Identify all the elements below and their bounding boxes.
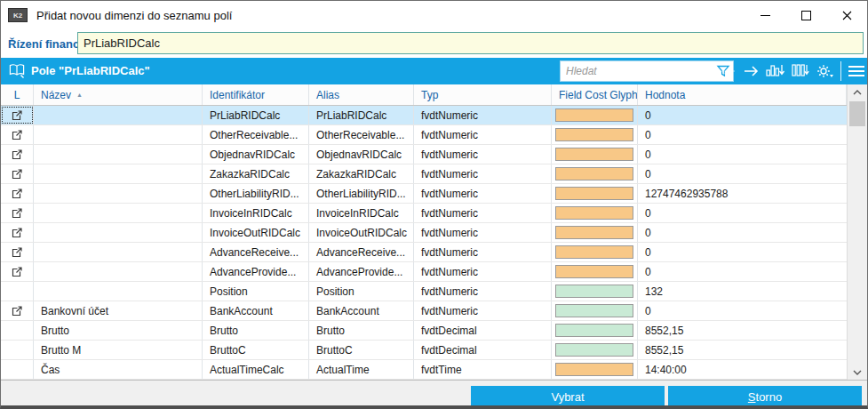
table-row[interactable]: ZakazkaRIDCalcZakazkaRIDCalcfvdtNumeric0 <box>1 164 847 184</box>
column-header-hodnota[interactable]: Hodnota <box>638 84 847 105</box>
cell-alias: BruttoC <box>309 341 414 359</box>
cell-link <box>1 360 34 379</box>
open-record-icon[interactable] <box>12 266 23 277</box>
open-record-icon[interactable] <box>12 129 23 140</box>
grid-body: PrLiabRIDCalcPrLiabRIDCalcfvdtNumeric0Ot… <box>1 106 847 380</box>
back-icon <box>720 65 737 77</box>
scroll-down-button[interactable] <box>848 365 867 380</box>
column-header-nazev[interactable]: Název▲ <box>34 84 203 105</box>
open-record-icon[interactable] <box>12 305 23 317</box>
cell-typ: fvdtNumeric <box>414 106 552 124</box>
table-row[interactable]: InvoiceOutRIDCalcInvoiceOutRIDCalcfvdtNu… <box>1 223 847 243</box>
cell-field-cost-glyph <box>552 341 638 359</box>
table-row[interactable]: PositionPositionfvdtNumeric132 <box>1 282 847 301</box>
cell-field-cost-glyph <box>552 262 638 281</box>
cancel-button[interactable]: Storno <box>668 386 862 407</box>
maximize-button[interactable] <box>785 1 826 29</box>
minimize-button[interactable] <box>745 1 785 29</box>
forward-icon <box>743 65 760 77</box>
settings-gear-icon <box>816 63 834 79</box>
close-button[interactable] <box>826 1 867 29</box>
cell-identifikator: Brutto <box>203 321 309 340</box>
open-record-icon[interactable] <box>12 227 23 238</box>
open-record-icon[interactable] <box>12 168 23 180</box>
column-header-alias[interactable]: Alias <box>309 84 414 105</box>
vertical-scrollbar[interactable] <box>847 84 867 380</box>
cell-hodnota: 132 <box>638 282 847 301</box>
cell-hodnota: 0 <box>638 301 847 320</box>
window-title: Přidat novou dimenzi do seznamu polí <box>36 9 232 22</box>
cost-glyph-orange <box>555 167 633 180</box>
cost-glyph-orange <box>555 206 633 220</box>
menu-button[interactable] <box>848 64 865 78</box>
chart-icon <box>766 63 785 79</box>
back-button[interactable] <box>720 65 737 77</box>
title-bar: K2 Přidat novou dimenzi do seznamu polí <box>1 1 867 30</box>
table-row[interactable]: PrLiabRIDCalcPrLiabRIDCalcfvdtNumeric0 <box>1 106 847 125</box>
cell-typ: fvdtDecimal <box>414 341 552 359</box>
column-header-identifikator[interactable]: Identifikátor <box>203 84 309 105</box>
settings-button[interactable] <box>816 63 834 79</box>
chevron-down-icon <box>853 370 862 375</box>
table-row[interactable]: BruttoBruttoBruttofvdtDecimal8552,15 <box>1 321 847 341</box>
cell-field-cost-glyph <box>552 360 638 379</box>
cell-hodnota: 12747462935788 <box>638 184 847 203</box>
table-row[interactable]: InvoiceInRIDCalcInvoiceInRIDCalcfvdtNume… <box>1 204 847 223</box>
cell-identifikator: InvoiceInRIDCalc <box>203 204 309 222</box>
panel-title: Pole "PrLiabRIDCalc" <box>31 64 150 77</box>
forward-button[interactable] <box>743 65 760 77</box>
column-header-l[interactable]: L <box>1 84 34 105</box>
cell-link <box>1 301 34 320</box>
open-record-icon[interactable] <box>12 148 23 160</box>
table-row[interactable]: ČasActualTimeCalcActualTimefvdtTime14:40… <box>1 360 847 380</box>
cell-identifikator: OtherLiabilityRID... <box>203 184 309 203</box>
dimension-field-input[interactable] <box>77 32 864 54</box>
cell-alias: ActualTime <box>309 360 414 379</box>
open-record-icon[interactable] <box>12 188 23 199</box>
column-header-field-cost-glyph[interactable]: Field Cost Glyph <box>552 84 638 105</box>
table-row[interactable]: AdvanceProvide...AdvanceProvide...fvdtNu… <box>1 262 847 282</box>
cell-field-cost-glyph <box>552 301 638 320</box>
table-row[interactable]: Brutto MBruttoCBruttoCfvdtDecimal8552,15 <box>1 341 847 360</box>
cell-hodnota: 0 <box>638 164 847 183</box>
cell-typ: fvdtNumeric <box>414 243 552 261</box>
columns-icon <box>792 63 809 79</box>
cell-typ: fvdtNumeric <box>414 301 552 320</box>
cell-nazev <box>34 125 203 144</box>
columns-view-button[interactable] <box>792 63 809 79</box>
scroll-up-button[interactable] <box>848 84 867 100</box>
cell-link <box>1 204 34 222</box>
cell-alias: BankAccount <box>309 301 414 320</box>
table-row[interactable]: ObjednavRIDCalcObjednavRIDCalcfvdtNumeri… <box>1 145 847 164</box>
cell-alias: InvoiceOutRIDCalc <box>309 223 414 242</box>
search-input[interactable] <box>561 61 721 81</box>
grid-header: LNázev▲IdentifikátorAliasTypField Cost G… <box>1 84 847 106</box>
column-header-typ[interactable]: Typ <box>414 84 552 105</box>
cell-link <box>1 321 34 340</box>
table-row[interactable]: AdvanceReceive...AdvanceReceive...fvdtNu… <box>1 243 847 262</box>
cell-identifikator: AdvanceReceive... <box>203 243 309 261</box>
scrollbar-thumb[interactable] <box>849 101 865 126</box>
open-record-icon[interactable] <box>12 207 23 219</box>
cost-glyph-orange <box>555 128 633 141</box>
open-record-icon[interactable] <box>12 109 23 121</box>
cell-typ: fvdtNumeric <box>414 282 552 301</box>
select-button[interactable]: Vybrat <box>471 386 665 407</box>
chart-view-button[interactable] <box>766 63 785 79</box>
cost-glyph-orange <box>555 226 633 239</box>
table-row[interactable]: Bankovní účetBankAccountBankAccountfvdtN… <box>1 301 847 321</box>
open-record-icon[interactable] <box>12 246 23 258</box>
cell-nazev <box>34 243 203 261</box>
cell-identifikator: Position <box>203 282 309 301</box>
column-header-label: Typ <box>421 89 438 101</box>
cancel-label-rest: torno <box>756 390 783 404</box>
cell-field-cost-glyph <box>552 125 638 144</box>
cell-nazev <box>34 262 203 281</box>
table-row[interactable]: OtherLiabilityRID...OtherLiabilityRID...… <box>1 184 847 204</box>
cell-alias: ZakazkaRIDCalc <box>309 164 414 183</box>
cell-identifikator: BruttoC <box>203 341 309 359</box>
cell-nazev <box>34 164 203 183</box>
column-header-label: L <box>14 89 20 101</box>
minimize-icon <box>760 15 770 16</box>
table-row[interactable]: OtherReceivable...OtherReceivable...fvdt… <box>1 125 847 145</box>
